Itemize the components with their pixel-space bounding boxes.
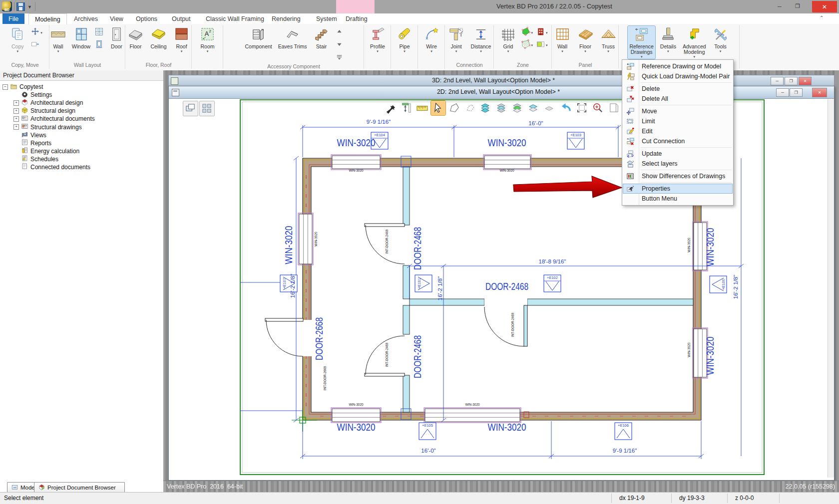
tree-item-views[interactable]: Views <box>0 131 163 139</box>
tree-item-copytest[interactable]: −Copytest <box>0 83 163 91</box>
roof-button[interactable]: Roof▾ <box>172 26 192 53</box>
tree-expander-icon[interactable]: − <box>2 84 8 90</box>
move-button[interactable]: ▾ <box>30 27 42 38</box>
window-3d-titlebar[interactable]: 3D: 2nd Level, Wall Layout<Option Model>… <box>168 75 835 86</box>
tree-item-architectural-documents[interactable]: +Architectural documents <box>0 115 163 123</box>
undo-button[interactable] <box>559 101 573 115</box>
tab-file[interactable]: File <box>2 13 24 24</box>
scroll-down-button[interactable] <box>335 39 344 51</box>
drawing-canvas[interactable]: +E104+E103+E107+E101+E102+E100+E105+E106… <box>169 98 834 480</box>
grid-button[interactable]: Grid▾ <box>498 26 518 53</box>
eaves-trims-button[interactable]: Eaves Trims <box>277 26 309 50</box>
tree-expander-icon[interactable]: + <box>13 108 19 114</box>
tab-drafting[interactable]: Drafting <box>340 13 374 24</box>
paste-special-button[interactable] <box>30 39 42 51</box>
tree-item-structural-drawings[interactable]: +Structural drawings <box>0 123 163 131</box>
cascade-frames-button[interactable] <box>183 101 198 116</box>
vertical-scrollbar[interactable] <box>828 99 834 478</box>
window-button[interactable]: Window <box>71 26 91 50</box>
tree-expander-icon[interactable]: + <box>13 100 19 106</box>
tree-item-settings[interactable]: Settings <box>0 91 163 99</box>
restore-button[interactable]: ❐ <box>790 88 803 97</box>
menu-item-select-layers[interactable]: Select layers <box>623 159 733 169</box>
menu-item-limit[interactable]: Limit <box>623 116 733 126</box>
distance-button[interactable]: Distance▾ <box>469 26 493 53</box>
door-elevation-button[interactable] <box>94 39 104 51</box>
ceiling-button[interactable]: Ceiling <box>149 26 169 50</box>
menu-item-quick-load-drawing-model-pair[interactable]: Quick Load Drawing-Model Pair <box>623 71 733 81</box>
sheet-button[interactable] <box>607 101 621 115</box>
tile-grid-button[interactable] <box>199 101 215 116</box>
component-button[interactable]: Component <box>243 26 273 50</box>
quick-access-dropdown-icon[interactable]: ▼ <box>27 4 32 9</box>
window-2d-titlebar[interactable]: 2D: 2nd Level, Wall Layout<Option Model>… <box>169 86 834 99</box>
tree-expander-icon[interactable]: + <box>13 116 19 122</box>
close-icon[interactable]: ✕ <box>812 88 827 97</box>
restore-button[interactable]: ❐ <box>785 77 798 85</box>
polygon-dashed-button[interactable] <box>463 101 477 115</box>
wall-button[interactable]: Wall▾ <box>48 26 68 53</box>
tree-item-schedules[interactable]: Schedules <box>0 155 163 163</box>
scroll-more-button[interactable] <box>335 52 344 63</box>
menu-item-button-menu[interactable]: Button Menu <box>623 194 733 204</box>
tree-item-connected-documents[interactable]: Connected documents <box>0 163 163 171</box>
minimize-button[interactable]: ─ <box>771 1 788 11</box>
menu-item-delete[interactable]: Delete <box>623 84 733 94</box>
pin-button[interactable] <box>383 101 398 115</box>
zone-button[interactable]: ▾ <box>521 27 533 38</box>
close-button[interactable]: ✕ <box>812 1 837 12</box>
collapse-ribbon-icon[interactable]: ⌃ <box>820 15 824 20</box>
room-button[interactable]: A2Room▾ <box>198 26 218 53</box>
window-array-button[interactable] <box>94 27 104 38</box>
height-gauge-button[interactable] <box>399 101 414 115</box>
menu-item-reference-drawing-or-model[interactable]: Reference Drawing or Model <box>623 61 733 71</box>
tab-output[interactable]: Output <box>166 13 197 24</box>
advanced-modeling-button[interactable]: AdvancedModeling▾ <box>681 26 708 59</box>
app-icon[interactable]: BD <box>2 1 12 11</box>
layers-thin-button[interactable] <box>527 101 541 115</box>
stair-button[interactable]: Stair <box>312 26 332 50</box>
menu-item-move[interactable]: Move <box>623 106 733 116</box>
tree-item-structural-design[interactable]: +Structural design <box>0 107 163 115</box>
building-button[interactable]: ▾ <box>536 27 548 38</box>
panel-floor-button[interactable]: Floor▾ <box>575 26 595 53</box>
tab-view[interactable]: View <box>104 13 129 24</box>
tree-item-architectural-design[interactable]: +Architectural design <box>0 99 163 107</box>
tree-item-reports[interactable]: Reports <box>0 139 163 147</box>
tree-expander-icon[interactable]: + <box>13 124 19 130</box>
menu-item-edit[interactable]: Edit <box>623 126 733 136</box>
panel-tab-project-document-browser[interactable]: Project Document Browser <box>34 482 125 492</box>
layers-green-button[interactable] <box>511 101 525 115</box>
minimize-button[interactable]: ─ <box>771 77 784 85</box>
door-button[interactable]: Door <box>107 26 127 50</box>
ruler-button[interactable] <box>415 101 429 115</box>
polygon-button[interactable] <box>447 101 461 115</box>
layers-light-button[interactable] <box>495 101 509 115</box>
select-cursor-button[interactable] <box>431 101 445 115</box>
tools-button[interactable]: Tools▾ <box>711 26 731 53</box>
floor-button[interactable]: Floor <box>126 26 146 50</box>
menu-item-properties[interactable]: Properties <box>623 184 733 194</box>
zone-hatch-button[interactable]: ▾ <box>521 39 533 51</box>
maximize-button[interactable]: ❐ <box>789 1 806 11</box>
pipe-button[interactable]: Pipe▾ <box>395 26 415 53</box>
layers-teal-button[interactable] <box>479 101 493 115</box>
tab-classic-wall-framing[interactable]: Classic Wall Framing <box>200 13 270 24</box>
menu-item-cut-connection[interactable]: Cut Connection <box>623 136 733 146</box>
layer-flat-button[interactable] <box>543 101 557 115</box>
tab-options[interactable]: Options <box>130 13 163 24</box>
details-button[interactable]: Details▾ <box>658 26 678 53</box>
zoom-in-button[interactable] <box>591 101 605 115</box>
menu-item-update[interactable]: Update <box>623 149 733 159</box>
joint-button[interactable]: Joint▾ <box>446 26 466 53</box>
scroll-up-button[interactable] <box>335 27 344 38</box>
zone-color-button[interactable]: ▾ <box>536 39 548 51</box>
minimize-button[interactable]: ─ <box>776 88 789 97</box>
tab-system[interactable]: System <box>310 13 343 24</box>
menu-item-show-differences-of-drawings[interactable]: Show Differences of Drawings <box>623 171 733 181</box>
wire-button[interactable]: Wire▾ <box>421 26 441 53</box>
truss-button[interactable]: Truss▾ <box>598 26 618 53</box>
tab-modeling[interactable]: Modeling <box>28 13 67 24</box>
menu-item-delete-all[interactable]: Delete All <box>623 94 733 104</box>
crop-frame-button[interactable] <box>575 101 589 115</box>
